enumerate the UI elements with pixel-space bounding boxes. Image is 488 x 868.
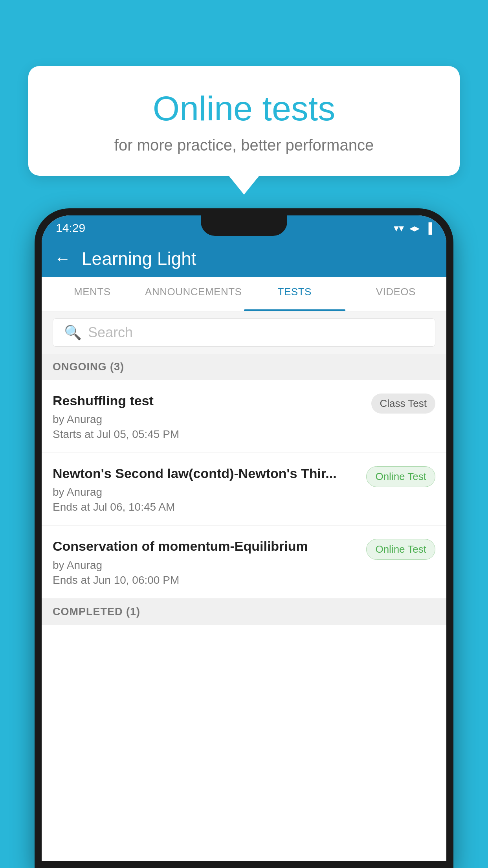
battery-icon: ▐	[425, 222, 432, 234]
back-button[interactable]: ←	[54, 249, 71, 268]
app-title: Learning Light	[82, 248, 196, 269]
test-badge-1: Class Test	[371, 394, 435, 414]
search-placeholder: Search	[88, 324, 133, 341]
test-date-2: Ends at Jul 06, 10:45 AM	[53, 501, 358, 513]
wifi-icon: ▾▾	[394, 222, 404, 234]
tab-announcements[interactable]: ANNOUNCEMENTS	[143, 277, 244, 311]
search-bar[interactable]: 🔍 Search	[53, 318, 435, 347]
status-icons: ▾▾ ◂▸ ▐	[394, 222, 432, 234]
test-title-1: Reshuffling test	[53, 392, 363, 409]
test-item-newtons[interactable]: Newton's Second law(contd)-Newton's Thir…	[42, 453, 446, 526]
speech-bubble: Online tests for more practice, better p…	[28, 66, 460, 176]
tab-bar: MENTS ANNOUNCEMENTS TESTS VIDEOS	[42, 277, 446, 311]
test-author-3: by Anurag	[53, 559, 358, 572]
test-title-3: Conservation of momentum-Equilibrium	[53, 537, 358, 555]
tab-videos[interactable]: VIDEOS	[345, 277, 447, 311]
tab-tests[interactable]: TESTS	[244, 277, 345, 311]
test-author-2: by Anurag	[53, 486, 358, 498]
test-list: Reshuffling test by Anurag Starts at Jul…	[42, 380, 446, 599]
completed-section-header: COMPLETED (1)	[42, 599, 446, 625]
bubble-subtitle: for more practice, better performance	[48, 136, 440, 154]
tab-ments[interactable]: MENTS	[42, 277, 143, 311]
search-icon: 🔍	[64, 324, 82, 341]
test-info-1: Reshuffling test by Anurag Starts at Jul…	[53, 392, 371, 441]
app-header: ← Learning Light	[42, 241, 446, 277]
test-info-2: Newton's Second law(contd)-Newton's Thir…	[53, 465, 366, 513]
test-item-reshuffling[interactable]: Reshuffling test by Anurag Starts at Jul…	[42, 380, 446, 453]
test-badge-3: Online Test	[366, 539, 435, 560]
test-item-conservation[interactable]: Conservation of momentum-Equilibrium by …	[42, 526, 446, 598]
phone-frame: 14:29 ▾▾ ◂▸ ▐ ← Learning Light MENTS ANN…	[35, 208, 453, 868]
test-info-3: Conservation of momentum-Equilibrium by …	[53, 537, 366, 586]
phone-notch	[201, 215, 287, 236]
ongoing-section-header: ONGOING (3)	[42, 354, 446, 380]
test-author-1: by Anurag	[53, 413, 363, 426]
bubble-title: Online tests	[48, 90, 440, 128]
test-date-3: Ends at Jun 10, 06:00 PM	[53, 574, 358, 587]
test-title-2: Newton's Second law(contd)-Newton's Thir…	[53, 465, 358, 482]
phone-inner: 14:29 ▾▾ ◂▸ ▐ ← Learning Light MENTS ANN…	[42, 215, 446, 861]
test-badge-2: Online Test	[366, 466, 435, 487]
signal-icon: ◂▸	[409, 222, 420, 234]
test-date-1: Starts at Jul 05, 05:45 PM	[53, 428, 363, 441]
search-container: 🔍 Search	[42, 311, 446, 354]
status-time: 14:29	[56, 221, 85, 235]
